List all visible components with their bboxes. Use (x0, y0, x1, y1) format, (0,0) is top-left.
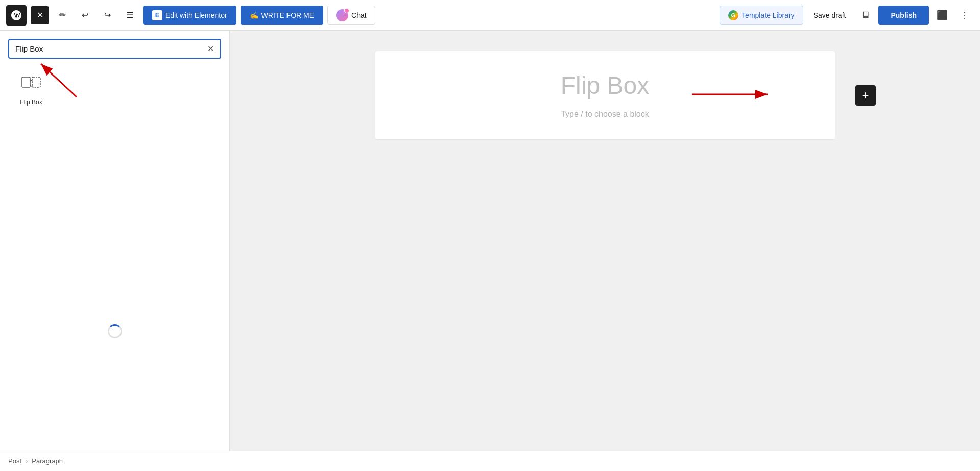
edit-elementor-label: Edit with Elementor (165, 11, 227, 19)
panel-icon: ⬛ (937, 10, 948, 21)
template-library-label: Template Library (742, 11, 795, 19)
undo-icon: ↩ (82, 10, 88, 20)
close-button[interactable]: ✕ (31, 6, 49, 24)
editor-area: Flip Box Type / to choose a block + (230, 31, 980, 451)
menu-icon: ☰ (126, 10, 133, 20)
clear-icon: ✕ (207, 44, 214, 53)
monitor-icon: 🖥 (861, 10, 870, 20)
template-library-icon: G (728, 10, 738, 20)
save-draft-label: Save draft (814, 11, 846, 19)
sidebar: ✕ (0, 31, 230, 451)
edit-pencil-button[interactable]: ✏ (53, 6, 71, 24)
more-icon: ⋮ (960, 10, 969, 21)
svg-rect-2 (22, 77, 30, 87)
panel-toggle-button[interactable]: ⬛ (933, 6, 951, 24)
chat-label: Chat (351, 11, 367, 19)
main-layout: ✕ (0, 31, 980, 451)
flip-box-label: Flip Box (20, 98, 42, 106)
breadcrumb-separator: › (26, 457, 28, 465)
loading-spinner (108, 324, 122, 338)
write-icon: ✍ (250, 11, 258, 19)
block-placeholder: Type / to choose a block (396, 110, 815, 119)
chat-button[interactable]: Chat (327, 6, 375, 25)
wp-logo[interactable] (6, 5, 27, 26)
redo-button[interactable]: ↪ (98, 6, 116, 24)
plus-icon: + (862, 88, 869, 103)
search-box: ✕ (8, 39, 221, 59)
search-clear-button[interactable]: ✕ (207, 44, 214, 54)
template-library-button[interactable]: G Template Library (720, 6, 803, 25)
post-breadcrumb[interactable]: Post (8, 457, 21, 465)
pencil-icon: ✏ (59, 10, 66, 20)
add-block-button[interactable]: + (855, 85, 876, 106)
undo-button[interactable]: ↩ (76, 6, 94, 24)
flip-box-icon (20, 73, 42, 95)
toolbar: ✕ ✏ ↩ ↪ ☰ E Edit with Elementor ✍ WRITE … (0, 0, 980, 31)
elementor-icon: E (152, 10, 162, 20)
menu-button[interactable]: ☰ (121, 6, 139, 24)
paragraph-breadcrumb[interactable]: Paragraph (32, 457, 63, 465)
write-for-me-button[interactable]: ✍ WRITE FOR ME (241, 6, 323, 25)
edit-with-elementor-button[interactable]: E Edit with Elementor (143, 6, 236, 25)
save-draft-button[interactable]: Save draft (807, 6, 852, 25)
publish-label: Publish (891, 11, 917, 19)
flip-box-widget[interactable]: Flip Box (8, 69, 54, 110)
redo-icon: ↪ (104, 10, 111, 20)
more-options-button[interactable]: ⋮ (955, 6, 974, 24)
search-input[interactable] (15, 44, 207, 53)
chat-avatar (336, 9, 348, 21)
svg-rect-3 (32, 77, 40, 87)
bottom-bar: Post › Paragraph (0, 451, 980, 471)
widget-grid: Flip Box (8, 59, 221, 110)
publish-button[interactable]: Publish (878, 6, 929, 25)
block-title: Flip Box (396, 71, 815, 100)
close-icon: ✕ (37, 10, 43, 20)
editor-block[interactable]: Flip Box Type / to choose a block + (375, 51, 835, 139)
monitor-button[interactable]: 🖥 (856, 6, 874, 24)
write-for-me-label: WRITE FOR ME (261, 11, 314, 19)
